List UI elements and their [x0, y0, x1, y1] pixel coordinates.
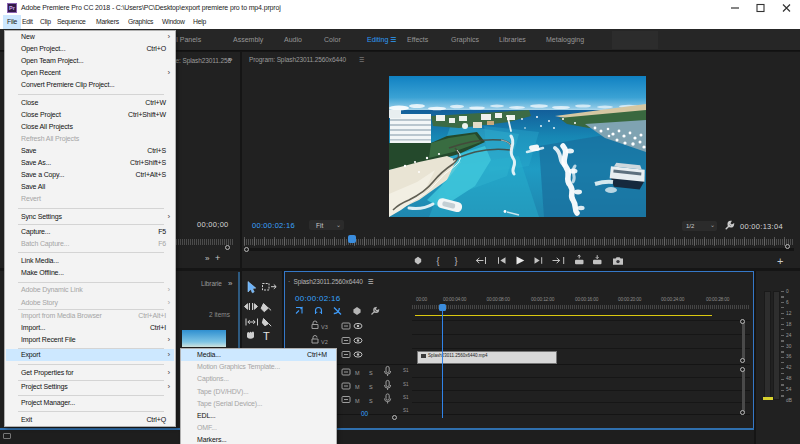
svg-text:M: M: [355, 398, 360, 404]
svg-text:}: }: [455, 256, 458, 266]
svg-text:S: S: [369, 384, 373, 390]
svg-text:{: {: [437, 256, 440, 266]
svg-text:M: M: [355, 384, 360, 390]
svg-text:M: M: [355, 370, 360, 376]
svg-text:S: S: [369, 398, 373, 404]
svg-text:T: T: [263, 330, 270, 342]
svg-text:V3: V3: [321, 324, 328, 330]
svg-text:V2: V2: [321, 339, 328, 345]
svg-text:S: S: [369, 370, 373, 376]
